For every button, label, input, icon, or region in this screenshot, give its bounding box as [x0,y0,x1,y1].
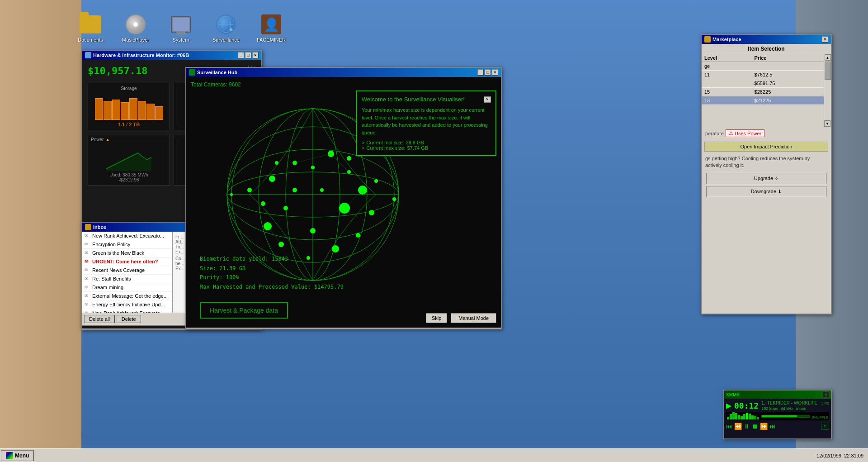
hw-monitor-titlebar: Hardware & Infrastructure Monitor: #06B … [82,51,261,60]
mp-row-3[interactable]: $5591.75 [702,79,824,88]
inbox-item-5[interactable]: Recent News Coverage [82,266,172,275]
power-warning-icon: ▲ [105,137,110,142]
uses-power-label: Uses Power [735,131,761,136]
eq-bar-10 [751,415,754,419]
svg-point-34 [275,161,278,165]
power-chart [91,144,167,171]
svg-point-37 [230,193,233,196]
marketplace-title: Marketplace [712,37,741,42]
surv-icon [189,69,195,76]
inbox-item-2[interactable]: Encryption Policy [82,240,172,249]
surveillance-hub-window: Surveillance Hub _ □ × Total Cameras: 96… [185,67,502,329]
inbox-item-8[interactable]: External Message: Get the edge... [82,292,172,300]
mp-row-5[interactable]: 13 $21225 [702,96,824,105]
mp-cell-price-1 [752,62,824,71]
cd-icon: ♪ [126,14,146,34]
skip-btn[interactable]: Skip [426,313,447,323]
marketplace-titlebar: Marketplace × [702,35,831,44]
svg-point-35 [347,156,351,161]
mp-loop-btn[interactable]: ↻ [821,423,829,430]
mp-shuffle-label: SHUFFLE [810,415,828,419]
hw-monitor-maximize[interactable]: □ [245,52,251,58]
inbox-item-4[interactable]: URGENT: Come here often? [82,257,172,266]
marketplace-close[interactable]: × [822,36,828,43]
icon-musicplayer-label: MusicPlayer [122,37,149,43]
inbox-item-3[interactable]: Green is the New Black [82,249,172,257]
surveillance-popup: Welcome to the Surveillance Visualiser! … [356,90,496,156]
music-player-close[interactable]: × [823,391,829,398]
icon-documents-label: Documents [78,37,103,43]
mp-row-1[interactable]: ge [702,62,824,71]
svg-point-30 [320,188,324,192]
mp-next-btn[interactable]: ⏭ [769,423,776,430]
icon-documents[interactable]: Documents [72,14,108,43]
surv-minimize[interactable]: _ [477,69,484,76]
impact-prediction-btn[interactable]: Open Impact Prediction [704,142,828,152]
mp-col-price: Price [752,54,824,62]
svg-line-41 [344,190,363,208]
inbox-item-6[interactable]: Re: Staff Benefits [82,275,172,283]
music-player-titlebar: XMMS × [724,391,831,399]
surv-bottom-buttons: Skip Manual Mode [426,313,496,323]
mp-rewind-btn[interactable]: ⏪ [734,423,742,430]
surv-stat1-value: 28.9 GB [406,140,424,145]
svg-point-36 [392,197,396,201]
surv-hub-titlebar: Surveillance Hub _ □ × [186,68,501,77]
surv-close[interactable]: × [492,69,498,76]
svg-point-20 [332,245,339,252]
eq-bar-12 [757,417,759,419]
harvest-btn[interactable]: Harvest & Package data [200,302,288,319]
delete-btn[interactable]: Delete [117,315,141,323]
music-player-body: ▶ 00:12 1: TEKRIDER - WORKLIFE 3:40 192 … [724,399,831,438]
surv-title: Surveillance Hub [197,70,237,75]
eq-bar-11 [754,416,756,419]
hw-monitor-icon [85,52,91,58]
inbox-item-9[interactable]: Energy Efficiency Initiative Upd... [82,300,172,309]
svg-point-33 [247,188,252,192]
taskbar-clock: 12/02/1999, 22:31:09 [816,453,863,458]
inbox-item-7[interactable]: Dream-mining [82,283,172,292]
mp-time: 00:12 [734,401,759,410]
mp-row-2[interactable]: 11 $7612.5 [702,71,824,79]
start-icon [6,452,13,459]
mp-stop-btn[interactable]: ⏹ [752,423,758,430]
surv-maximize[interactable]: □ [485,69,491,76]
item-selection-title: Item Selection [702,44,831,54]
desktop: Documents ♪ MusicPlayer System [0,0,868,462]
mp-prev-btn[interactable]: ⏮ [726,423,732,430]
mp-scrollbar[interactable]: ▲ ▼ [824,54,831,127]
eq-bar-2 [730,414,732,419]
manual-mode-btn[interactable]: Manual Mode [451,313,496,323]
icon-faceminer[interactable]: 👤 FACEMINER [253,14,289,43]
hw-monitor-minimize[interactable]: _ [238,52,244,58]
mp-forward-btn[interactable]: ⏩ [760,423,768,430]
start-button[interactable]: Menu [1,450,34,461]
svg-point-19 [356,233,360,238]
inbox-item-1[interactable]: New Rank Achieved: Excavato... [82,232,172,240]
icon-surveillance[interactable]: 🔍 Surveillance [208,14,244,43]
mp-mode: mono [796,406,807,411]
mp-track-name: TEKRIDER - WORKLIFE [767,400,820,405]
mp-col-level: Level [702,54,752,62]
surv-popup-close-btn[interactable]: × [484,96,491,103]
power-used: Used: 380.35 MWh [91,172,167,177]
mp-pause-btn[interactable]: ⏸ [744,423,750,430]
hw-monitor-title: Hardware & Infrastructure Monitor: #06B [93,52,189,58]
hw-monitor-close[interactable]: × [252,52,259,58]
downgrade-btn[interactable]: Downgrade ⬇ [706,186,826,197]
eq-bar-6 [741,416,743,419]
eq-bar-1 [727,417,729,419]
svg-point-31 [292,188,297,192]
svg-point-29 [283,206,288,210]
icon-musicplayer[interactable]: ♪ MusicPlayer [118,14,154,43]
mp-cell-level-2: 11 [702,71,752,79]
icon-system[interactable]: System [163,14,199,43]
eq-bar-9 [749,414,751,419]
mp-bitrate: 192 kbps [761,406,778,411]
upgrade-btn[interactable]: Upgrade ✧ [706,173,826,184]
delete-all-btn[interactable]: Delete all [84,315,115,323]
storage-value: 1.1 / 2 TB [91,122,167,127]
mp-row-4[interactable]: 15 $28225 [702,88,824,96]
marketplace-body: Item Selection ▲ ▼ Level Price [702,44,831,313]
surv-popup-title: Welcome to the Surveillance Visualiser! … [362,96,491,103]
